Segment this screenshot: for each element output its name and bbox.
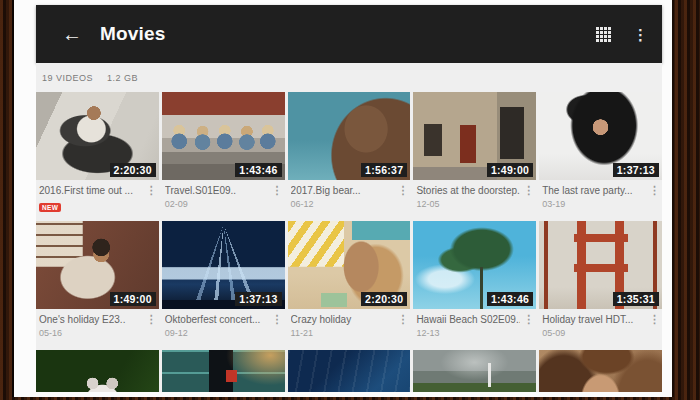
thumbnail-concert-lights[interactable]: 1:37:13: [162, 221, 285, 309]
video-title: Travel.S01E09..: [165, 185, 269, 196]
thumbnail-palm-tree[interactable]: 1:43:46: [413, 221, 536, 309]
video-title: 2016.First time out ...: [39, 185, 143, 196]
video-date: 06-12: [291, 199, 409, 209]
card-menu-icon[interactable]: ⋮: [523, 314, 534, 325]
card-menu-icon[interactable]: ⋮: [272, 314, 283, 325]
video-gallery-app: ← Movies ⋮ 19 VIDEOS1.2 GB 2:20:30: [36, 5, 662, 392]
duration-badge: 1:37:13: [613, 163, 659, 177]
card-menu-icon[interactable]: ⋮: [397, 185, 408, 196]
card-menu-icon[interactable]: ⋮: [272, 185, 283, 196]
duration-badge: 1:37:13: [235, 292, 281, 306]
back-icon[interactable]: ←: [62, 24, 82, 44]
thumbnail-golden-gate-bridge[interactable]: 1:35:31: [539, 221, 662, 309]
video-title: Holiday travel HDT...: [542, 314, 646, 325]
video-card[interactable]: [162, 350, 285, 392]
video-date: 03-19: [542, 199, 660, 209]
video-meta: Hawaii Beach S02E09.. ⋮ 12-13: [413, 309, 536, 350]
video-meta: Oktoberfest concert... ⋮ 09-12: [162, 309, 285, 350]
grid-view-icon[interactable]: [596, 27, 611, 42]
video-meta: Crazy holiday ⋮ 11-21: [288, 309, 411, 350]
video-date: 12-05: [416, 199, 534, 209]
library-summary: 19 VIDEOS1.2 GB: [36, 63, 662, 92]
video-card[interactable]: [36, 350, 159, 392]
video-meta: Holiday travel HDT... ⋮ 05-09: [539, 309, 662, 350]
duration-badge: 1:56:37: [361, 163, 407, 177]
video-card[interactable]: 1:35:31 Holiday travel HDT... ⋮ 05-09: [539, 221, 662, 350]
video-meta: 2016.First time out ... ⋮ NEW: [36, 180, 159, 221]
video-meta: Stories at the doorstep... ⋮ 12-05: [413, 180, 536, 221]
app-bar: ← Movies ⋮: [36, 5, 662, 63]
video-meta: One's holiday E23.. ⋮ 05-16: [36, 309, 159, 350]
card-menu-icon[interactable]: ⋮: [146, 314, 157, 325]
video-card[interactable]: [288, 350, 411, 392]
duration-badge: 1:49:00: [110, 292, 156, 306]
content-area: 19 VIDEOS1.2 GB 2:20:30 2016.First time …: [36, 63, 662, 392]
card-menu-icon[interactable]: ⋮: [397, 314, 408, 325]
video-date: 12-13: [416, 328, 534, 338]
page-title: Movies: [100, 23, 166, 45]
card-menu-icon[interactable]: ⋮: [523, 185, 534, 196]
duration-badge: 1:49:00: [487, 163, 533, 177]
video-card[interactable]: 2:20:30 2016.First time out ... ⋮ NEW: [36, 92, 159, 221]
thumbnail-man-pointing[interactable]: 1:49:00: [36, 221, 159, 309]
video-title: Hawaii Beach S02E09..: [416, 314, 520, 325]
video-date: 02-09: [165, 199, 283, 209]
video-date: 09-12: [165, 328, 283, 338]
thumbnail-girls-on-ledge[interactable]: 1:43:46: [162, 92, 285, 180]
video-card[interactable]: [539, 350, 662, 392]
video-card[interactable]: [413, 350, 536, 392]
video-date: 11-21: [291, 328, 409, 338]
thumbnail-mountain-valley[interactable]: [413, 350, 536, 392]
video-meta: Travel.S01E09.. ⋮ 02-09: [162, 180, 285, 221]
new-badge: NEW: [39, 203, 61, 212]
video-card[interactable]: 1:43:46 Travel.S01E09.. ⋮ 02-09: [162, 92, 285, 221]
duration-badge: 1:43:46: [487, 292, 533, 306]
video-meta: 2017.Big bear... ⋮ 06-12: [288, 180, 411, 221]
card-menu-icon[interactable]: ⋮: [649, 185, 660, 196]
thumbnail-woman-face[interactable]: [539, 350, 662, 392]
thumbnail-ocean-water[interactable]: [288, 350, 411, 392]
video-title: 2017.Big bear...: [291, 185, 395, 196]
video-card[interactable]: 1:49:00 One's holiday E23.. ⋮ 05-16: [36, 221, 159, 350]
thumbnail-man-sitting[interactable]: 2:20:30: [36, 92, 159, 180]
video-date: 05-09: [542, 328, 660, 338]
duration-badge: 2:20:30: [361, 292, 407, 306]
video-card[interactable]: 1:37:13 The last rave party... ⋮ 03-19: [539, 92, 662, 221]
video-date: 05-16: [39, 328, 157, 338]
video-meta: The last rave party... ⋮ 03-19: [539, 180, 662, 221]
video-count: 19 VIDEOS: [42, 73, 93, 83]
video-card[interactable]: 2:20:30 Crazy holiday ⋮ 11-21: [288, 221, 411, 350]
wooden-frame: ← Movies ⋮ 19 VIDEOS1.2 GB 2:20:30: [0, 0, 700, 400]
library-size: 1.2 GB: [107, 73, 138, 83]
video-title: Stories at the doorstep...: [416, 185, 520, 196]
thumbnail-beach-umbrella[interactable]: 2:20:30: [288, 221, 411, 309]
thumbnail-bear[interactable]: 1:56:37: [288, 92, 411, 180]
overflow-menu-icon[interactable]: ⋮: [633, 27, 648, 42]
duration-badge: 1:35:31: [613, 292, 659, 306]
video-card[interactable]: 1:37:13 Oktoberfest concert... ⋮ 09-12: [162, 221, 285, 350]
card-menu-icon[interactable]: ⋮: [649, 314, 660, 325]
thumbnail-woman-black-jacket[interactable]: 1:37:13: [539, 92, 662, 180]
video-card[interactable]: 1:56:37 2017.Big bear... ⋮ 06-12: [288, 92, 411, 221]
video-card[interactable]: 1:43:46 Hawaii Beach S02E09.. ⋮ 12-13: [413, 221, 536, 350]
thumbnail-white-puppy[interactable]: [36, 350, 159, 392]
duration-badge: 2:20:30: [110, 163, 156, 177]
video-card[interactable]: 1:49:00 Stories at the doorstep... ⋮ 12-…: [413, 92, 536, 221]
thumbnail-brownstone-door[interactable]: 1:49:00: [413, 92, 536, 180]
video-title: The last rave party...: [542, 185, 646, 196]
duration-badge: 1:43:46: [235, 163, 281, 177]
tablet-screen: ← Movies ⋮ 19 VIDEOS1.2 GB 2:20:30: [14, 0, 672, 397]
card-menu-icon[interactable]: ⋮: [146, 185, 157, 196]
video-title: One's holiday E23..: [39, 314, 143, 325]
video-title: Oktoberfest concert...: [165, 314, 269, 325]
video-grid: 2:20:30 2016.First time out ... ⋮ NEW: [36, 92, 662, 392]
thumbnail-red-shoes-stairs[interactable]: [162, 350, 285, 392]
video-title: Crazy holiday: [291, 314, 395, 325]
